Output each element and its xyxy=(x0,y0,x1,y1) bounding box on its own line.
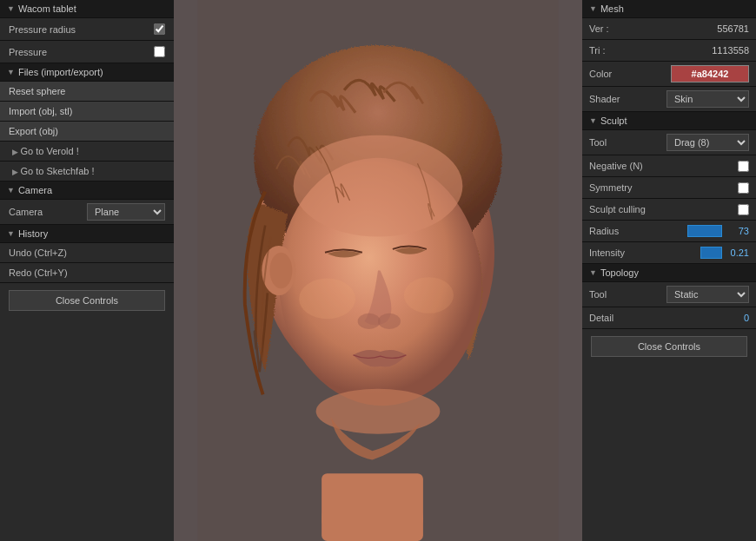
redo-button[interactable]: Redo (Ctrl+Y) xyxy=(0,263,174,283)
camera-section-label: Camera xyxy=(18,185,52,195)
ver-label: Ver : xyxy=(589,23,713,34)
reset-sphere-button[interactable]: Reset sphere xyxy=(0,82,174,102)
tool-select[interactable]: Drag (8) Flatten Smooth Pinch Crease xyxy=(666,134,749,151)
left-close-controls-button[interactable]: Close Controls xyxy=(9,290,165,311)
topo-tool-label: Tool xyxy=(589,289,663,300)
pressure-label: Pressure xyxy=(9,47,154,57)
files-section[interactable]: Files (import/export) xyxy=(0,63,174,82)
head-model xyxy=(174,0,582,541)
pressure-row: Pressure xyxy=(0,41,174,63)
symmetry-label: Symmetry xyxy=(589,182,734,193)
go-verold-label: Go to Verold ! xyxy=(21,146,79,156)
camera-row: Camera Plane Ortho Perspective xyxy=(0,200,174,225)
svg-rect-2 xyxy=(322,473,423,541)
camera-section[interactable]: Camera xyxy=(0,181,174,200)
detail-label: Detail xyxy=(589,313,721,323)
intensity-slider[interactable] xyxy=(700,247,722,259)
go-sketchfab-button[interactable]: Go to Sketchfab ! xyxy=(0,162,174,181)
undo-button[interactable]: Undo (Ctrl+Z) xyxy=(0,243,174,263)
topology-label: Topology xyxy=(600,267,639,278)
color-row: Color #a84242 xyxy=(582,62,756,87)
tool-label: Tool xyxy=(589,137,663,148)
pressure-radius-checkbox[interactable] xyxy=(154,23,165,35)
svg-point-7 xyxy=(269,253,292,289)
sculpt-label: Sculpt xyxy=(600,115,627,126)
color-swatch[interactable]: #a84242 xyxy=(671,65,749,82)
radius-slider-container: 73 xyxy=(687,225,749,237)
shader-label: Shader xyxy=(589,94,663,104)
topology-section[interactable]: Topology xyxy=(582,264,756,282)
radius-row: Radius 73 xyxy=(582,221,756,242)
sculpt-culling-label: Sculpt culling xyxy=(589,204,734,214)
import-button[interactable]: Import (obj, stl) xyxy=(0,102,174,122)
ver-row: Ver : 556781 xyxy=(582,18,756,40)
right-close-controls-button[interactable]: Close Controls xyxy=(591,336,747,357)
svg-point-12 xyxy=(404,277,454,313)
go-sketchfab-label: Go to Sketchfab ! xyxy=(21,166,95,176)
files-label: Files (import/export) xyxy=(18,67,103,77)
radius-slider[interactable] xyxy=(687,225,722,237)
symmetry-row: Symmetry xyxy=(582,177,756,199)
radius-label: Radius xyxy=(589,226,684,236)
shader-row: Shader Skin Normal Wireframe xyxy=(582,87,756,112)
topo-tool-select[interactable]: Static Dynamic xyxy=(666,286,749,303)
radius-value: 73 xyxy=(725,226,749,236)
viewport[interactable] xyxy=(174,0,582,541)
tri-label: Tri : xyxy=(589,45,708,56)
mesh-label: Mesh xyxy=(600,3,624,14)
detail-row: Detail 0 xyxy=(582,307,756,329)
negative-row: Negative (N) xyxy=(582,155,756,177)
negative-label: Negative (N) xyxy=(589,161,734,171)
mesh-section[interactable]: Mesh xyxy=(582,0,756,18)
svg-point-10 xyxy=(378,313,401,329)
left-panel: Wacom tablet Pressure radius Pressure Fi… xyxy=(0,0,174,541)
svg-point-9 xyxy=(358,313,381,329)
go-verold-button[interactable]: Go to Verold ! xyxy=(0,142,174,162)
pressure-checkbox[interactable] xyxy=(154,46,165,57)
tool-row: Tool Drag (8) Flatten Smooth Pinch Creas… xyxy=(582,130,756,155)
color-label: Color xyxy=(589,69,667,79)
history-label: History xyxy=(18,228,48,239)
export-button[interactable]: Export (obj) xyxy=(0,122,174,142)
ver-value: 556781 xyxy=(717,23,749,34)
negative-checkbox[interactable] xyxy=(738,161,749,172)
intensity-label: Intensity xyxy=(589,247,697,258)
camera-label: Camera xyxy=(9,207,87,217)
wacom-tablet-section[interactable]: Wacom tablet xyxy=(0,0,174,18)
history-section[interactable]: History xyxy=(0,225,174,243)
pressure-radius-label: Pressure radius xyxy=(9,24,154,35)
intensity-row: Intensity 0.21 xyxy=(582,242,756,264)
sculpt-section[interactable]: Sculpt xyxy=(582,112,756,130)
sculpt-culling-checkbox[interactable] xyxy=(738,204,749,215)
svg-point-11 xyxy=(299,279,355,320)
color-hex-value: #a84242 xyxy=(692,69,729,79)
sculpt-culling-row: Sculpt culling xyxy=(582,199,756,221)
topo-tool-row: Tool Static Dynamic xyxy=(582,282,756,307)
detail-value: 0 xyxy=(725,313,749,323)
camera-select[interactable]: Plane Ortho Perspective xyxy=(87,203,165,221)
wacom-tablet-label: Wacom tablet xyxy=(18,3,76,14)
shader-select[interactable]: Skin Normal Wireframe xyxy=(666,90,749,108)
intensity-value: 0.21 xyxy=(725,247,749,258)
intensity-slider-container: 0.21 xyxy=(700,247,749,259)
pressure-radius-row: Pressure radius xyxy=(0,18,174,41)
tri-value: 1113558 xyxy=(712,45,749,56)
symmetry-checkbox[interactable] xyxy=(738,182,749,194)
right-panel: Mesh Ver : 556781 Tri : 1113558 Color #a… xyxy=(582,0,756,541)
tri-row: Tri : 1113558 xyxy=(582,40,756,62)
